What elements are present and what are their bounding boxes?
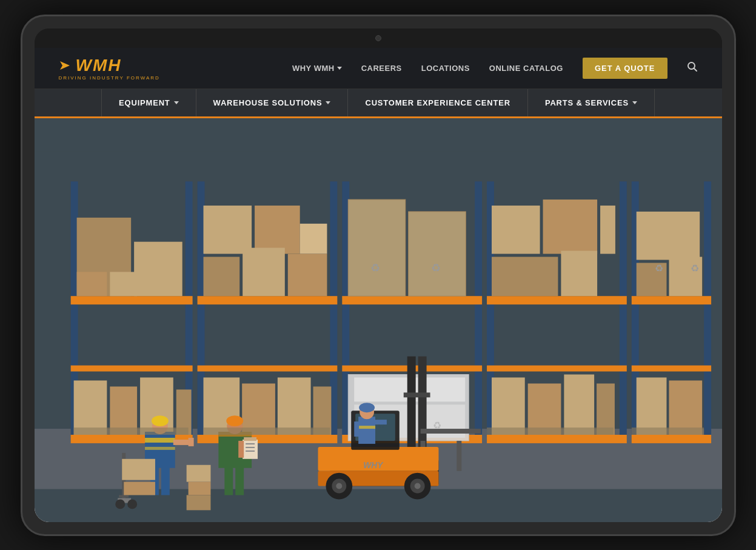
svg-rect-130 xyxy=(186,464,210,481)
svg-rect-56 xyxy=(73,380,107,435)
tablet-topbar xyxy=(35,29,722,48)
svg-rect-51 xyxy=(636,211,699,260)
svg-text:♻: ♻ xyxy=(691,263,699,273)
warehouse-illustration: ♻ ♻ ♻ ♻ xyxy=(35,118,722,522)
nav-customer-experience[interactable]: CUSTOMER EXPERIENCE CENTER xyxy=(348,89,527,116)
secondary-navigation: EQUIPMENT WAREHOUSE SOLUTIONS CUSTOMER E… xyxy=(35,89,722,118)
chevron-down-icon xyxy=(174,101,179,104)
svg-rect-77 xyxy=(669,380,702,435)
svg-rect-101 xyxy=(373,420,387,424)
svg-rect-40 xyxy=(348,200,406,296)
nav-why-wmh[interactable]: WHY WMH xyxy=(292,64,342,73)
svg-rect-37 xyxy=(203,257,239,296)
svg-text:♻: ♻ xyxy=(370,262,380,274)
nav-online-catalog[interactable]: ONLINE CATALOG xyxy=(489,64,563,73)
svg-rect-39 xyxy=(287,253,327,296)
svg-rect-21 xyxy=(197,435,337,443)
svg-rect-33 xyxy=(110,272,137,296)
svg-rect-48 xyxy=(600,206,615,254)
svg-text:♻: ♻ xyxy=(430,262,440,274)
svg-rect-82 xyxy=(420,429,480,434)
svg-rect-126 xyxy=(246,443,255,444)
header-navigation: WHY WMH CAREERS LOCATIONS ONLINE CATALOG… xyxy=(292,58,698,79)
svg-rect-124 xyxy=(243,439,258,458)
site-header: WMH DRIVING INDUSTRY FORWARD WHY WMH CAR… xyxy=(35,48,722,89)
svg-rect-74 xyxy=(564,374,594,434)
search-button[interactable] xyxy=(687,61,698,75)
svg-rect-10 xyxy=(475,181,482,435)
svg-rect-100 xyxy=(354,421,359,437)
svg-point-114 xyxy=(115,499,125,509)
nav-parts-services[interactable]: PARTS & SERVICES xyxy=(528,89,655,116)
svg-rect-26 xyxy=(197,365,337,371)
svg-rect-42 xyxy=(408,211,466,295)
svg-rect-110 xyxy=(188,437,193,446)
tablet-camera xyxy=(375,35,381,41)
logo-tagline: DRIVING INDUSTRY FORWARD xyxy=(59,75,160,81)
svg-rect-17 xyxy=(342,296,482,304)
svg-rect-136 xyxy=(631,428,703,435)
svg-rect-15 xyxy=(70,296,192,304)
svg-marker-0 xyxy=(60,61,70,70)
svg-rect-118 xyxy=(224,464,233,495)
svg-rect-96 xyxy=(358,417,375,444)
svg-rect-66 xyxy=(354,377,409,401)
svg-rect-128 xyxy=(246,450,255,451)
svg-rect-36 xyxy=(299,223,327,253)
svg-rect-53 xyxy=(669,257,702,296)
chevron-down-icon xyxy=(326,101,330,104)
svg-point-99 xyxy=(359,403,375,412)
svg-rect-105 xyxy=(145,437,175,442)
nav-careers[interactable]: CAREERS xyxy=(361,64,402,73)
search-icon xyxy=(687,61,698,72)
svg-rect-49 xyxy=(492,257,558,296)
svg-rect-28 xyxy=(487,365,627,371)
svg-rect-117 xyxy=(124,481,155,495)
svg-point-115 xyxy=(127,499,137,509)
svg-point-91 xyxy=(336,483,342,489)
svg-point-108 xyxy=(151,415,168,426)
svg-line-2 xyxy=(694,68,697,71)
svg-rect-119 xyxy=(235,464,244,495)
nav-warehouse-solutions[interactable]: WAREHOUSE SOLUTIONS xyxy=(196,89,349,116)
svg-rect-72 xyxy=(492,377,525,435)
svg-rect-127 xyxy=(246,446,255,448)
svg-text:WHY: WHY xyxy=(363,460,384,469)
svg-rect-132 xyxy=(186,495,210,510)
svg-rect-31 xyxy=(134,241,182,296)
chevron-down-icon xyxy=(632,101,637,104)
svg-rect-19 xyxy=(631,296,711,304)
svg-point-123 xyxy=(226,415,243,426)
svg-rect-84 xyxy=(457,440,461,471)
tablet-frame: WMH DRIVING INDUSTRY FORWARD WHY WMH CAR… xyxy=(21,15,736,536)
tablet-inner: WMH DRIVING INDUSTRY FORWARD WHY WMH CAR… xyxy=(35,29,722,522)
svg-rect-38 xyxy=(243,247,285,296)
svg-rect-135 xyxy=(487,428,614,435)
svg-rect-50 xyxy=(561,250,597,296)
svg-rect-24 xyxy=(631,435,711,443)
svg-rect-131 xyxy=(188,481,210,495)
svg-rect-62 xyxy=(277,377,310,435)
svg-rect-35 xyxy=(255,206,300,254)
svg-rect-125 xyxy=(244,437,256,440)
svg-rect-12 xyxy=(619,181,626,435)
site-logo[interactable]: WMH DRIVING INDUSTRY FORWARD xyxy=(59,56,160,81)
nav-equipment[interactable]: EQUIPMENT xyxy=(101,89,196,116)
svg-rect-73 xyxy=(527,383,561,435)
get-quote-button[interactable]: GET A QUOTE xyxy=(583,58,667,79)
svg-rect-18 xyxy=(487,296,627,304)
logo-text: WMH xyxy=(76,56,122,75)
nav-locations[interactable]: LOCATIONS xyxy=(421,64,470,73)
svg-text:♻: ♻ xyxy=(654,263,663,273)
svg-rect-129 xyxy=(238,440,244,457)
svg-rect-76 xyxy=(636,377,666,435)
svg-rect-112 xyxy=(119,495,129,497)
svg-rect-16 xyxy=(197,296,337,304)
chevron-down-icon xyxy=(337,67,342,70)
svg-rect-61 xyxy=(242,383,275,435)
svg-rect-34 xyxy=(203,206,252,254)
svg-rect-103 xyxy=(161,464,169,495)
website-container: WMH DRIVING INDUSTRY FORWARD WHY WMH CAR… xyxy=(35,48,722,522)
svg-rect-23 xyxy=(487,435,627,443)
svg-rect-97 xyxy=(358,426,375,429)
